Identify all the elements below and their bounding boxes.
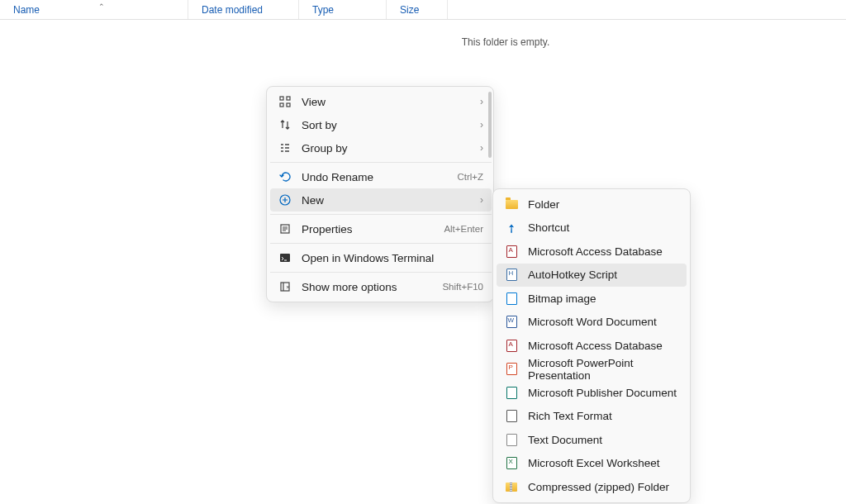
terminal-icon bbox=[278, 251, 292, 264]
sub-autohotkey[interactable]: AutoHotkey Script bbox=[497, 264, 687, 288]
sub-bitmap[interactable]: Bitmap image bbox=[497, 287, 687, 311]
shortcut-icon: ➚ bbox=[502, 218, 521, 237]
ahk-icon bbox=[505, 269, 518, 282]
sub-folder[interactable]: Folder bbox=[497, 193, 687, 216]
sub-zip[interactable]: Compressed (zipped) Folder bbox=[497, 475, 687, 499]
separator bbox=[270, 272, 492, 273]
sub-publisher-label: Microsoft Publisher Document bbox=[528, 387, 677, 399]
ctx-new-label: New bbox=[302, 194, 475, 207]
empty-folder-label: This folder is empty. bbox=[165, 36, 846, 48]
svg-rect-2 bbox=[280, 103, 283, 107]
column-type-label: Type bbox=[312, 4, 334, 16]
grid-icon bbox=[278, 95, 292, 108]
powerpoint-icon bbox=[505, 363, 518, 376]
sub-shortcut[interactable]: ➚Shortcut bbox=[497, 216, 687, 240]
sort-asc-icon: ⌃ bbox=[98, 2, 105, 11]
sub-powerpoint-label: Microsoft PowerPoint Presentation bbox=[528, 357, 678, 382]
svg-rect-3 bbox=[287, 103, 290, 107]
ctx-terminal-label: Open in Windows Terminal bbox=[302, 252, 483, 264]
sub-folder-label: Folder bbox=[528, 198, 559, 211]
column-size-label: Size bbox=[400, 4, 419, 16]
sub-word-label: Microsoft Word Document bbox=[528, 316, 657, 328]
rtf-icon bbox=[505, 410, 518, 423]
sub-access-1-label: Microsoft Access Database bbox=[528, 245, 663, 258]
context-menu: View › Sort by › Group by › Undo Rename … bbox=[266, 86, 494, 302]
column-size[interactable]: Size bbox=[387, 0, 448, 19]
ctx-more-options[interactable]: Show more options Shift+F10 bbox=[270, 275, 492, 298]
sort-icon bbox=[278, 118, 292, 131]
svg-rect-0 bbox=[280, 97, 283, 100]
publisher-icon bbox=[505, 386, 518, 399]
ctx-more-shortcut: Shift+F10 bbox=[442, 282, 483, 292]
column-date-label: Date modified bbox=[202, 4, 263, 16]
separator bbox=[270, 243, 492, 244]
column-name[interactable]: Name ⌃ bbox=[0, 0, 188, 19]
svg-rect-1 bbox=[287, 97, 290, 100]
access-icon bbox=[505, 245, 518, 258]
chevron-right-icon: › bbox=[480, 194, 483, 206]
ctx-properties-shortcut: Alt+Enter bbox=[444, 224, 483, 234]
word-icon bbox=[505, 316, 518, 329]
sub-shortcut-label: Shortcut bbox=[528, 221, 569, 234]
access-icon bbox=[505, 339, 518, 352]
chevron-right-icon: › bbox=[480, 96, 483, 107]
ctx-view[interactable]: View › bbox=[270, 90, 492, 113]
properties-icon bbox=[278, 222, 292, 235]
sub-excel-label: Microsoft Excel Worksheet bbox=[528, 457, 660, 469]
group-icon bbox=[278, 141, 292, 155]
column-headers: Name ⌃ Date modified Type Size bbox=[0, 0, 846, 20]
sub-txt[interactable]: Text Document bbox=[497, 428, 687, 452]
bitmap-icon bbox=[505, 292, 518, 305]
ctx-undo[interactable]: Undo Rename Ctrl+Z bbox=[270, 165, 492, 188]
separator bbox=[270, 162, 492, 163]
ctx-properties[interactable]: Properties Alt+Enter bbox=[270, 217, 492, 240]
ctx-sort[interactable]: Sort by › bbox=[270, 113, 492, 136]
column-type[interactable]: Type bbox=[299, 0, 387, 19]
sub-txt-label: Text Document bbox=[528, 434, 602, 446]
undo-icon bbox=[278, 170, 292, 183]
ctx-properties-label: Properties bbox=[302, 223, 444, 235]
new-submenu: Folder ➚Shortcut Microsoft Access Databa… bbox=[492, 188, 691, 503]
excel-icon bbox=[505, 457, 518, 470]
column-name-label: Name bbox=[13, 4, 40, 16]
sub-excel[interactable]: Microsoft Excel Worksheet bbox=[497, 452, 687, 476]
sub-zip-label: Compressed (zipped) Folder bbox=[528, 481, 669, 493]
ctx-group-label: Group by bbox=[302, 142, 475, 155]
plus-circle-icon bbox=[278, 193, 292, 207]
ctx-more-label: Show more options bbox=[302, 281, 442, 293]
sub-access-1[interactable]: Microsoft Access Database bbox=[497, 240, 687, 264]
ctx-sort-label: Sort by bbox=[302, 119, 475, 131]
folder-icon bbox=[505, 197, 518, 211]
sub-powerpoint[interactable]: Microsoft PowerPoint Presentation bbox=[497, 358, 687, 382]
sub-access-2-label: Microsoft Access Database bbox=[528, 340, 663, 352]
txt-icon bbox=[505, 433, 518, 446]
sub-bitmap-label: Bitmap image bbox=[528, 292, 596, 305]
zip-icon bbox=[505, 480, 518, 493]
column-date[interactable]: Date modified bbox=[188, 0, 299, 19]
sub-access-2[interactable]: Microsoft Access Database bbox=[497, 334, 687, 358]
chevron-right-icon: › bbox=[480, 119, 483, 131]
ctx-undo-label: Undo Rename bbox=[302, 171, 457, 183]
more-options-icon bbox=[278, 280, 292, 293]
ctx-view-label: View bbox=[302, 96, 475, 108]
sub-publisher[interactable]: Microsoft Publisher Document bbox=[497, 381, 687, 405]
separator bbox=[270, 214, 492, 215]
sub-autohotkey-label: AutoHotkey Script bbox=[528, 269, 617, 281]
ctx-new[interactable]: New › bbox=[270, 188, 492, 212]
ctx-group[interactable]: Group by › bbox=[270, 136, 492, 159]
sub-rtf[interactable]: Rich Text Format bbox=[497, 405, 687, 429]
sub-rtf-label: Rich Text Format bbox=[528, 410, 612, 422]
sub-word[interactable]: Microsoft Word Document bbox=[497, 311, 687, 335]
ctx-undo-shortcut: Ctrl+Z bbox=[457, 172, 483, 182]
chevron-right-icon: › bbox=[480, 142, 483, 154]
ctx-terminal[interactable]: Open in Windows Terminal bbox=[270, 246, 492, 269]
